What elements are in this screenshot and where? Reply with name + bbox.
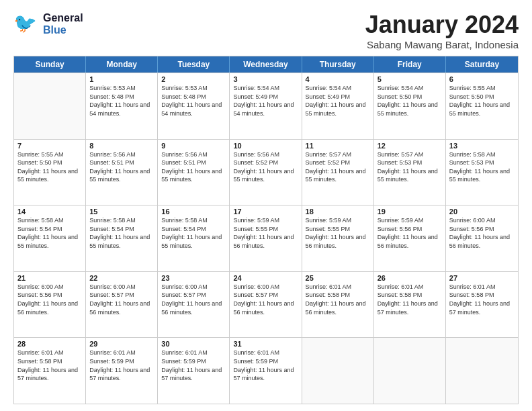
empty-cell (446, 338, 518, 404)
logo: 🐦 General Blue (13, 11, 83, 38)
day-number: 29 (89, 340, 154, 348)
day-info: Sunrise: 6:01 AM Sunset: 5:59 PM Dayligh… (89, 349, 154, 382)
header-day-saturday: Saturday (446, 56, 518, 73)
day-cell-7: 7Sunrise: 5:55 AM Sunset: 5:50 PM Daylig… (14, 140, 86, 205)
day-info: Sunrise: 5:56 AM Sunset: 5:51 PM Dayligh… (89, 150, 154, 184)
day-number: 6 (449, 75, 515, 83)
day-cell-23: 23Sunrise: 6:00 AM Sunset: 5:57 PM Dayli… (158, 272, 230, 338)
day-info: Sunrise: 5:54 AM Sunset: 5:50 PM Dayligh… (378, 84, 442, 118)
day-number: 25 (306, 274, 370, 282)
day-info: Sunrise: 5:58 AM Sunset: 5:53 PM Dayligh… (449, 150, 515, 184)
day-info: Sunrise: 5:56 AM Sunset: 5:52 PM Dayligh… (233, 150, 298, 184)
empty-cell (14, 73, 86, 139)
day-info: Sunrise: 5:58 AM Sunset: 5:54 PM Dayligh… (89, 216, 154, 250)
svg-text:🐦: 🐦 (13, 12, 37, 34)
location-subtitle: Sabang Mawang Barat, Indonesia (365, 39, 519, 50)
day-info: Sunrise: 6:01 AM Sunset: 5:58 PM Dayligh… (449, 283, 515, 316)
day-number: 2 (161, 75, 226, 83)
day-number: 27 (449, 274, 515, 282)
day-cell-6: 6Sunrise: 5:55 AM Sunset: 5:50 PM Daylig… (446, 73, 518, 139)
day-info: Sunrise: 6:00 AM Sunset: 5:57 PM Dayligh… (161, 283, 226, 316)
day-number: 9 (161, 142, 226, 150)
day-info: Sunrise: 5:59 AM Sunset: 5:55 PM Dayligh… (306, 216, 370, 250)
empty-cell (374, 338, 446, 404)
week-row-5: 28Sunrise: 6:01 AM Sunset: 5:58 PM Dayli… (14, 337, 518, 404)
day-number: 22 (89, 274, 154, 282)
day-number: 8 (89, 142, 154, 150)
day-number: 31 (233, 340, 298, 348)
day-number: 14 (17, 208, 82, 216)
day-number: 1 (89, 75, 154, 83)
calendar: SundayMondayTuesdayWednesdayThursdayFrid… (13, 56, 519, 404)
day-info: Sunrise: 5:57 AM Sunset: 5:52 PM Dayligh… (306, 150, 370, 184)
day-info: Sunrise: 6:01 AM Sunset: 5:58 PM Dayligh… (17, 349, 82, 382)
header: 🐦 General Blue January 2024 Sabang Mawan… (13, 11, 519, 50)
day-info: Sunrise: 5:59 AM Sunset: 5:56 PM Dayligh… (378, 216, 442, 250)
day-cell-16: 16Sunrise: 5:58 AM Sunset: 5:54 PM Dayli… (158, 205, 230, 271)
month-title: January 2024 (365, 11, 519, 39)
week-row-1: 1Sunrise: 5:53 AM Sunset: 5:48 PM Daylig… (14, 73, 518, 139)
day-number: 19 (378, 208, 442, 216)
day-number: 15 (89, 208, 154, 216)
day-cell-18: 18Sunrise: 5:59 AM Sunset: 5:55 PM Dayli… (302, 205, 374, 271)
day-info: Sunrise: 5:59 AM Sunset: 5:55 PM Dayligh… (233, 216, 298, 250)
header-day-sunday: Sunday (14, 56, 86, 73)
day-cell-26: 26Sunrise: 6:01 AM Sunset: 5:58 PM Dayli… (374, 272, 446, 338)
header-day-monday: Monday (86, 56, 158, 73)
day-info: Sunrise: 6:00 AM Sunset: 5:57 PM Dayligh… (89, 283, 154, 316)
week-row-3: 14Sunrise: 5:58 AM Sunset: 5:54 PM Dayli… (14, 205, 518, 271)
day-info: Sunrise: 5:54 AM Sunset: 5:49 PM Dayligh… (233, 84, 298, 118)
day-cell-11: 11Sunrise: 5:57 AM Sunset: 5:52 PM Dayli… (302, 140, 374, 205)
day-info: Sunrise: 6:01 AM Sunset: 5:59 PM Dayligh… (233, 349, 298, 382)
day-cell-31: 31Sunrise: 6:01 AM Sunset: 5:59 PM Dayli… (230, 338, 302, 404)
day-info: Sunrise: 6:01 AM Sunset: 5:58 PM Dayligh… (306, 283, 370, 316)
logo-words: General Blue (43, 12, 83, 36)
day-number: 16 (161, 208, 226, 216)
day-cell-22: 22Sunrise: 6:00 AM Sunset: 5:57 PM Dayli… (86, 272, 158, 338)
day-cell-30: 30Sunrise: 6:01 AM Sunset: 5:59 PM Dayli… (158, 338, 230, 404)
day-info: Sunrise: 6:01 AM Sunset: 5:58 PM Dayligh… (378, 283, 442, 316)
day-cell-15: 15Sunrise: 5:58 AM Sunset: 5:54 PM Dayli… (86, 205, 158, 271)
day-info: Sunrise: 5:56 AM Sunset: 5:51 PM Dayligh… (161, 150, 226, 184)
day-number: 11 (306, 142, 370, 150)
day-cell-17: 17Sunrise: 5:59 AM Sunset: 5:55 PM Dayli… (230, 205, 302, 271)
day-number: 4 (306, 75, 370, 83)
day-number: 12 (378, 142, 442, 150)
day-number: 18 (306, 208, 370, 216)
day-number: 20 (449, 208, 515, 216)
day-cell-1: 1Sunrise: 5:53 AM Sunset: 5:48 PM Daylig… (86, 73, 158, 139)
logo-general-text: General (43, 12, 83, 24)
day-cell-28: 28Sunrise: 6:01 AM Sunset: 5:58 PM Dayli… (14, 338, 86, 404)
day-cell-14: 14Sunrise: 5:58 AM Sunset: 5:54 PM Dayli… (14, 205, 86, 271)
day-number: 30 (161, 340, 226, 348)
day-cell-21: 21Sunrise: 6:00 AM Sunset: 5:56 PM Dayli… (14, 272, 86, 338)
day-cell-4: 4Sunrise: 5:54 AM Sunset: 5:49 PM Daylig… (302, 73, 374, 139)
day-cell-10: 10Sunrise: 5:56 AM Sunset: 5:52 PM Dayli… (230, 140, 302, 205)
day-number: 7 (17, 142, 82, 150)
day-cell-8: 8Sunrise: 5:56 AM Sunset: 5:51 PM Daylig… (86, 140, 158, 205)
day-cell-25: 25Sunrise: 6:01 AM Sunset: 5:58 PM Dayli… (302, 272, 374, 338)
day-number: 17 (233, 208, 298, 216)
day-cell-2: 2Sunrise: 5:53 AM Sunset: 5:48 PM Daylig… (158, 73, 230, 139)
day-cell-3: 3Sunrise: 5:54 AM Sunset: 5:49 PM Daylig… (230, 73, 302, 139)
day-number: 23 (161, 274, 226, 282)
week-row-4: 21Sunrise: 6:00 AM Sunset: 5:56 PM Dayli… (14, 271, 518, 338)
day-info: Sunrise: 5:53 AM Sunset: 5:48 PM Dayligh… (161, 84, 226, 118)
day-cell-13: 13Sunrise: 5:58 AM Sunset: 5:53 PM Dayli… (446, 140, 518, 205)
header-day-tuesday: Tuesday (158, 56, 230, 73)
day-number: 5 (378, 75, 442, 83)
empty-cell (302, 338, 374, 404)
day-info: Sunrise: 5:55 AM Sunset: 5:50 PM Dayligh… (449, 84, 515, 118)
day-number: 26 (378, 274, 442, 282)
day-info: Sunrise: 5:58 AM Sunset: 5:54 PM Dayligh… (161, 216, 226, 250)
logo-blue-text: Blue (43, 24, 83, 36)
day-info: Sunrise: 5:58 AM Sunset: 5:54 PM Dayligh… (17, 216, 82, 250)
day-info: Sunrise: 6:01 AM Sunset: 5:59 PM Dayligh… (161, 349, 226, 382)
day-info: Sunrise: 6:00 AM Sunset: 5:56 PM Dayligh… (17, 283, 82, 316)
day-number: 21 (17, 274, 82, 282)
day-info: Sunrise: 5:55 AM Sunset: 5:50 PM Dayligh… (17, 150, 82, 184)
day-number: 10 (233, 142, 298, 150)
day-cell-20: 20Sunrise: 6:00 AM Sunset: 5:56 PM Dayli… (446, 205, 518, 271)
day-cell-29: 29Sunrise: 6:01 AM Sunset: 5:59 PM Dayli… (86, 338, 158, 404)
day-cell-19: 19Sunrise: 5:59 AM Sunset: 5:56 PM Dayli… (374, 205, 446, 271)
